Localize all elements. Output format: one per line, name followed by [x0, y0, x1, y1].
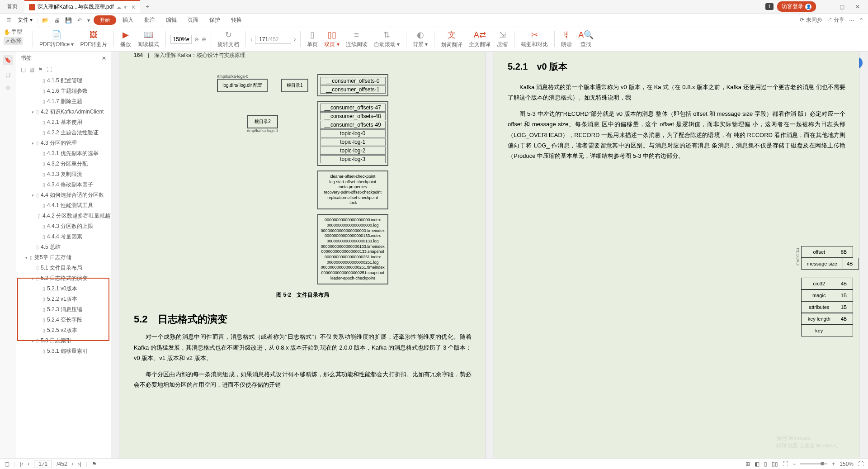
rotate-button[interactable]: ↻旋转文档: [216, 30, 241, 48]
bookmark-item[interactable]: ▯4.3.1 优先副本的选举: [16, 148, 111, 159]
close-button[interactable]: ✕: [852, 4, 863, 10]
menu-insert[interactable]: 插入: [118, 16, 138, 24]
select-tool[interactable]: ➚ 选择: [4, 37, 23, 45]
bm-tool-flag-icon[interactable]: ⚑: [38, 66, 43, 73]
undo-icon[interactable]: ↶: [75, 17, 84, 24]
bookmark-item[interactable]: ▾▯第5章 日志存储: [16, 252, 111, 263]
background-button[interactable]: ◐背景 ▾: [411, 30, 429, 48]
bookmark-item[interactable]: ▾▯5.2 日志格式的演变: [16, 273, 111, 284]
double-page-button[interactable]: ▯▯双页 ▾: [322, 30, 341, 48]
rail-bookmarks-icon[interactable]: 🔖: [3, 55, 13, 65]
bookmark-item[interactable]: ▯4.1.7 删除主题: [16, 96, 111, 107]
bookmark-item[interactable]: ▯5.2.5 v2版本: [16, 325, 111, 336]
sb-icon[interactable]: ▯▯: [772, 461, 778, 467]
sb-mark-icon[interactable]: ⚑: [92, 461, 97, 467]
open-icon[interactable]: 📂: [40, 17, 51, 24]
sync-status[interactable]: ⟳ 未同步: [800, 16, 822, 24]
share-button[interactable]: ↗ 分享: [827, 16, 844, 24]
redo-icon[interactable]: ▾: [85, 17, 92, 24]
sb-page-input[interactable]: 171: [34, 460, 52, 468]
tab-home[interactable]: 首页: [0, 0, 24, 13]
bookmark-item[interactable]: ▾▯4.4 如何选择合适的分区数: [16, 190, 111, 200]
minimize-button[interactable]: —: [820, 4, 832, 10]
prev-page-button[interactable]: ‹: [250, 36, 252, 43]
menu-edit[interactable]: 编辑: [161, 16, 181, 24]
sb-icon[interactable]: ⊞: [745, 461, 750, 467]
bookmark-item[interactable]: ▾▯5.3 日志索引: [16, 336, 111, 346]
bookmark-item[interactable]: ▯5.1 文件目录布局: [16, 263, 111, 273]
sb-zoom-value[interactable]: 150%: [840, 461, 854, 467]
menu-file[interactable]: 文件 ▾: [15, 16, 35, 24]
rail-attachments-icon[interactable]: ◇: [6, 84, 10, 90]
read-aloud-button[interactable]: 🎙朗读: [559, 30, 574, 48]
menu-start[interactable]: 开始: [94, 15, 116, 25]
sb-fit-icon[interactable]: ⛶: [783, 461, 788, 467]
bookmark-item[interactable]: ▯5.3.1 偏移量索引: [16, 346, 111, 356]
bookmark-item[interactable]: ▯4.2.2 主题合法性验证: [16, 128, 111, 138]
hand-tool[interactable]: ✋ 手型: [4, 28, 23, 36]
bookmark-item[interactable]: ▯4.4.2 分区数越多吞吐量就越高吗: [16, 211, 111, 221]
menu-approve[interactable]: 批注: [140, 16, 160, 24]
sb-icon[interactable]: ◧: [755, 461, 760, 467]
bookmark-item[interactable]: ▯5.2.2 v1版本: [16, 294, 111, 304]
screenshot-button[interactable]: ✂截图和对比: [519, 30, 550, 48]
bookmark-item[interactable]: ▯4.3.4 修改副本因子: [16, 180, 111, 190]
bookmark-item[interactable]: ▯4.3.3 复制限流: [16, 169, 111, 180]
save-icon[interactable]: 💾: [63, 17, 74, 24]
auto-scroll-button[interactable]: ⇅自动滚动 ▾: [372, 30, 401, 48]
bookmark-item[interactable]: ▯4.4.1 性能测试工具: [16, 200, 111, 211]
menu-page[interactable]: 页面: [183, 16, 203, 24]
bm-tool-del-icon[interactable]: ⛶: [47, 66, 52, 73]
bookmark-item[interactable]: ▾▯4.3 分区的管理: [16, 138, 111, 148]
bookmark-item[interactable]: ▾▯4.2 初识KafkaAdminClient: [16, 107, 111, 117]
tab-add-button[interactable]: ＋: [140, 3, 155, 10]
menu-icon[interactable]: ☰: [5, 17, 13, 24]
sb-expand-icon[interactable]: ⛶: [858, 461, 863, 467]
compress-button[interactable]: ⇲压缩: [495, 30, 509, 48]
bookmark-item[interactable]: ▯4.4.3 分区数的上限: [16, 221, 111, 232]
pdf-to-office-button[interactable]: 📄PDF转Office ▾: [38, 30, 75, 48]
sb-prev-page[interactable]: ‹: [28, 461, 29, 467]
more-icon[interactable]: ⋯: [849, 17, 854, 24]
bookmark-item[interactable]: ▯4.3.2 分区重分配: [16, 159, 111, 169]
translate-full-button[interactable]: A⇄全文翻译: [467, 30, 492, 48]
pdf-to-image-button[interactable]: 🖼PDF转图片: [78, 30, 109, 48]
bm-tool-add-icon[interactable]: ▢: [21, 66, 26, 73]
bookmark-item[interactable]: ▯4.1.5 配置管理: [16, 76, 111, 86]
sb-zoom-out[interactable]: −: [793, 461, 796, 467]
bookmark-item[interactable]: ▯4.4.4 考量因素: [16, 232, 111, 242]
bookmark-item[interactable]: ▯5.2.1 v0版本: [16, 284, 111, 294]
zoom-out-button[interactable]: ⊖: [194, 36, 199, 43]
sb-panel-icon[interactable]: ▢: [5, 461, 9, 467]
sb-next-page[interactable]: ›: [72, 461, 74, 467]
tab-active-doc[interactable]: 深入理解Kafka...与实践原理.pdf ☁ ▾ ✕: [24, 0, 140, 13]
find-button[interactable]: A🔍查找: [576, 30, 595, 48]
bm-tool-icon[interactable]: ▧: [29, 66, 34, 73]
rail-thumbnails-icon[interactable]: ▢: [5, 71, 10, 78]
dropdown-icon[interactable]: ⌃: [859, 17, 863, 24]
dropdown-icon[interactable]: ▾: [124, 4, 127, 10]
bookmark-item[interactable]: ▯4.2.1 基本使用: [16, 117, 111, 128]
menu-convert[interactable]: 转换: [226, 16, 246, 24]
sb-first-page[interactable]: |‹: [20, 461, 23, 467]
maximize-button[interactable]: ▢: [836, 4, 848, 10]
bookmark-item[interactable]: ▯4.5 总结: [16, 242, 111, 252]
zoom-select[interactable]: 150% ▾: [170, 35, 192, 44]
sb-icon[interactable]: ▯: [764, 461, 767, 467]
translate-sel-button[interactable]: 文划词翻译: [439, 29, 464, 49]
page-input[interactable]: 171/452: [255, 35, 291, 44]
play-button[interactable]: ▶播放: [118, 30, 133, 48]
single-page-button[interactable]: ▯单页: [305, 30, 320, 48]
sb-last-page[interactable]: ›|: [78, 461, 81, 467]
close-icon[interactable]: ✕: [131, 4, 136, 10]
print-icon[interactable]: 🖨: [52, 17, 61, 24]
sb-zoom-in[interactable]: +: [832, 461, 835, 467]
zoom-in-button[interactable]: ⊕: [202, 36, 206, 43]
login-button[interactable]: 访客登录👤: [777, 1, 816, 12]
bookmark-item[interactable]: ▯5.2.4 变长字段: [16, 315, 111, 325]
read-mode-button[interactable]: 📖阅读模式: [136, 30, 161, 48]
bookmark-item[interactable]: ▯4.1.6 主题端参数: [16, 86, 111, 96]
bookmark-item[interactable]: ▯5.2.3 消息压缩: [16, 304, 111, 315]
menu-protect[interactable]: 保护: [205, 16, 225, 24]
next-page-button[interactable]: ›: [294, 36, 296, 43]
